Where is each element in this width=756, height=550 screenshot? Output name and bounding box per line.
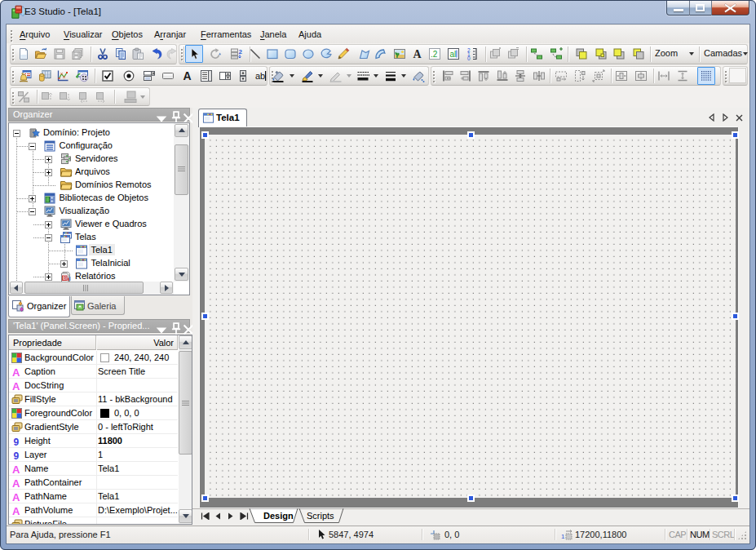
- svg-text:A: A: [12, 477, 20, 488]
- svg-text:A: A: [12, 464, 20, 474]
- svg-text:A: A: [12, 366, 20, 377]
- svg-text:9: 9: [14, 450, 20, 461]
- svg-text:A: A: [413, 48, 422, 60]
- svg-text:A: A: [183, 69, 192, 82]
- svg-text:A: A: [12, 491, 20, 502]
- svg-text:.2: .2: [431, 50, 438, 59]
- svg-text:A: A: [12, 380, 20, 391]
- svg-text:2: 2: [239, 48, 243, 55]
- svg-text:R: R: [63, 276, 66, 281]
- svg-text:9: 9: [14, 437, 20, 447]
- svg-text:1: 1: [561, 533, 565, 540]
- svg-text:A: A: [12, 505, 20, 516]
- svg-text:al: al: [450, 50, 457, 59]
- svg-text:0: 0: [467, 55, 471, 60]
- svg-text:ab: ab: [255, 71, 265, 81]
